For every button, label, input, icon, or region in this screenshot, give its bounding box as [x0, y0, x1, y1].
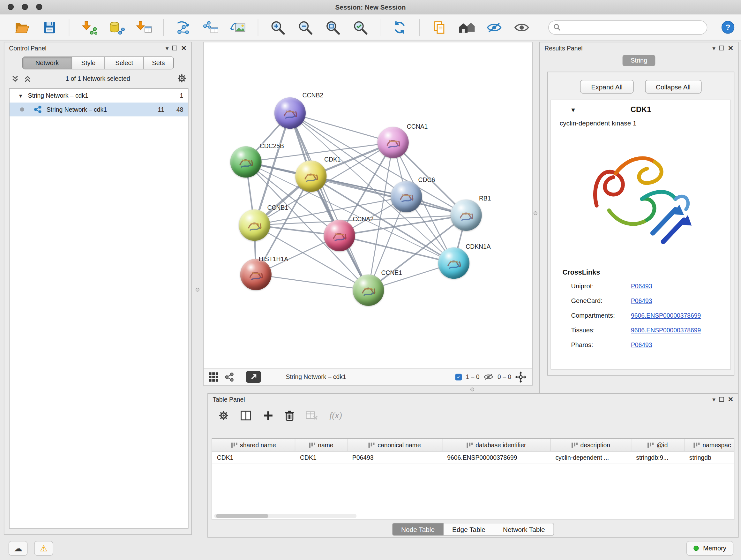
table-cell[interactable]: stringdb	[684, 452, 734, 463]
refresh-layout-button[interactable]	[389, 17, 410, 38]
maximize-window-button[interactable]	[36, 4, 42, 10]
table-horizontal-scrollbar[interactable]	[214, 514, 356, 518]
grid-view-icon[interactable]	[208, 372, 219, 382]
splitter-handle-bottom[interactable]	[470, 388, 474, 391]
delete-column-trash-icon[interactable]	[285, 410, 294, 421]
gear-icon[interactable]	[177, 74, 187, 83]
network-node-CDC25B[interactable]	[230, 146, 261, 178]
crosslink-link-tissues[interactable]: 9606.ENSP00000378699	[631, 327, 701, 334]
table-cell[interactable]: CDK1	[295, 452, 347, 463]
collapse-all-button[interactable]: Collapse All	[645, 80, 701, 94]
panel-menu-icon[interactable]: ▾	[165, 45, 169, 51]
tab-sets[interactable]: Sets	[143, 57, 173, 69]
column-header-shared-name[interactable]: shared name	[212, 439, 295, 451]
network-and-table-button[interactable]	[200, 17, 221, 38]
tab-select[interactable]: Select	[105, 57, 143, 69]
cloud-button[interactable]: ☁	[9, 541, 28, 556]
network-node-CDKN1A[interactable]	[438, 247, 469, 279]
show-graphics-details-button[interactable]	[511, 17, 532, 38]
panel-menu-icon[interactable]: ▾	[712, 45, 716, 51]
table-settings-gear-icon[interactable]	[218, 410, 229, 421]
tab-network[interactable]: Network	[23, 57, 72, 69]
network-node-CCNB1[interactable]	[239, 209, 270, 241]
scrollbar-thumb[interactable]	[216, 514, 268, 518]
import-network-from-database-button[interactable]	[106, 17, 127, 38]
network-node-RB1[interactable]	[451, 199, 482, 231]
crosslink-link-uniprot[interactable]: P06493	[631, 283, 652, 290]
export-view-button[interactable]	[246, 371, 261, 383]
network-edge[interactable]	[290, 113, 393, 142]
zoom-out-button[interactable]	[295, 17, 316, 38]
splitter-handle-right[interactable]	[534, 211, 537, 215]
hidden-eye-icon[interactable]	[483, 373, 494, 380]
zoom-selected-button[interactable]	[350, 17, 370, 38]
crosslink-link-compartments[interactable]: 9606.ENSP00000378699	[631, 312, 701, 319]
table-cell[interactable]: cyclin-dependent ...	[551, 452, 631, 463]
float-panel-button[interactable]	[719, 397, 724, 402]
network-node-CCNE1[interactable]	[353, 274, 384, 306]
delete-table-icon[interactable]	[306, 411, 318, 421]
export-network-image-button[interactable]	[228, 17, 249, 38]
memory-button[interactable]: Memory	[686, 541, 733, 556]
table-cell[interactable]: 9606.ENSP00000378699	[442, 452, 550, 463]
network-node-CDC6[interactable]	[391, 181, 422, 212]
column-header-canonical-name[interactable]: canonical name	[347, 439, 443, 451]
import-network-from-file-button[interactable]	[78, 17, 99, 38]
close-panel-button[interactable]: ✕	[181, 44, 186, 52]
network-row-selected[interactable]: String Network – cdk1 11 48	[10, 103, 188, 116]
collapse-section-icon[interactable]: ▼	[570, 106, 576, 113]
add-column-icon[interactable]	[263, 410, 273, 421]
network-edge[interactable]	[290, 113, 368, 290]
tab-style[interactable]: Style	[71, 57, 105, 69]
selected-checkbox-icon[interactable]: ✓	[455, 374, 462, 380]
zoom-fit-button[interactable]	[322, 17, 343, 38]
network-node-HIST1H1A[interactable]	[240, 259, 272, 290]
crosshair-icon[interactable]	[515, 371, 527, 382]
network-view-icon[interactable]	[225, 372, 234, 381]
column-header-name[interactable]: name	[295, 439, 347, 451]
network-edge[interactable]	[256, 274, 368, 290]
close-window-button[interactable]	[8, 4, 14, 10]
network-collection-row[interactable]: ▼ String Network – cdk1 1	[10, 89, 188, 103]
network-from-selection-button[interactable]	[173, 17, 193, 38]
minimize-window-button[interactable]	[22, 4, 28, 10]
crosslink-link-genecard[interactable]: P06493	[631, 297, 652, 304]
open-session-button[interactable]	[11, 17, 32, 38]
float-panel-button[interactable]	[172, 46, 177, 51]
tree-expand-icon[interactable]: ▼	[18, 93, 23, 99]
hide-graphics-details-button[interactable]	[484, 17, 504, 38]
network-edge[interactable]	[311, 176, 466, 215]
expand-all-button[interactable]: Expand All	[580, 80, 633, 94]
tab-node-table[interactable]: Node Table	[392, 523, 444, 536]
column-header-namespac[interactable]: namespac	[684, 439, 734, 451]
float-panel-button[interactable]	[719, 46, 724, 51]
network-canvas[interactable]: CCNB2CCNA1CDC25BCDK1CDC6RB1CCNB1CCNA2CDK…	[204, 42, 532, 368]
zoom-in-button[interactable]	[267, 17, 288, 38]
help-button[interactable]: ?	[722, 21, 734, 34]
column-header--id[interactable]: @id	[631, 439, 684, 451]
column-header-database-identifier[interactable]: database identifier	[442, 439, 550, 451]
tab-edge-table[interactable]: Edge Table	[444, 523, 494, 536]
splitter-handle-left[interactable]	[196, 288, 199, 292]
table-cell[interactable]: stringdb:9...	[631, 452, 684, 463]
network-node-CCNB2[interactable]	[274, 98, 306, 129]
home-overview-button[interactable]	[456, 17, 477, 38]
search-input[interactable]	[563, 23, 702, 30]
import-table-button[interactable]	[133, 17, 154, 38]
table-cell[interactable]: CDK1	[212, 452, 295, 463]
tab-string[interactable]: String	[623, 55, 656, 66]
close-panel-button[interactable]: ✕	[728, 44, 733, 52]
function-builder-icon[interactable]: f(x)	[329, 410, 342, 421]
close-panel-button[interactable]: ✕	[728, 395, 733, 403]
crosslink-link-pharos[interactable]: P06493	[631, 341, 652, 349]
table-row[interactable]: CDK1CDK1P064939606.ENSP00000378699cyclin…	[212, 452, 734, 464]
network-node-CCNA1[interactable]	[378, 127, 409, 158]
protein-card-header[interactable]: ▼ CDK1	[551, 100, 731, 119]
warnings-button[interactable]: ⚠	[34, 541, 53, 556]
network-node-CDK1[interactable]	[295, 161, 327, 192]
tab-network-table[interactable]: Network Table	[494, 523, 554, 536]
table-cell[interactable]: P06493	[347, 452, 443, 463]
copy-document-button[interactable]	[428, 17, 449, 38]
save-session-button[interactable]	[39, 17, 60, 38]
panel-menu-icon[interactable]: ▾	[712, 396, 716, 402]
